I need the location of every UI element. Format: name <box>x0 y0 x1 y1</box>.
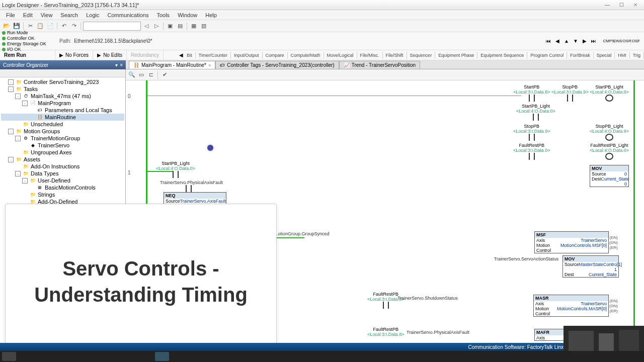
close-panel-icon[interactable]: × <box>120 62 123 68</box>
edit-cursor-icon[interactable] <box>207 145 213 151</box>
maximize-button[interactable]: ☐ <box>615 1 628 9</box>
tab-close-icon[interactable]: × <box>208 63 211 68</box>
contact-faultrestpb[interactable]: FaultRestPB <Local:3:I.Data.8> <box>367 327 405 337</box>
cat-trig[interactable]: Trig <box>630 52 644 59</box>
tree-node[interactable]: 📁Unscheduled <box>1 121 124 128</box>
msf-instruction[interactable]: MSF AxisTrainerServo Motion ControlMotio… <box>534 231 609 253</box>
mov2-instruction[interactable]: MOV SourceMasterStateContro[1] 1 DestCur… <box>562 255 619 278</box>
menu-tools[interactable]: Tools <box>152 11 174 19</box>
tree-toggle-icon[interactable]: - <box>15 171 21 176</box>
cat-compute[interactable]: Compute/Math <box>288 52 324 59</box>
tree-node[interactable]: -📁Motion Groups <box>1 128 124 135</box>
contact-faultrestpb[interactable]: FaultRestPB <Local:3:I.Data.0> <box>513 143 550 160</box>
menu-file[interactable]: File <box>2 11 19 19</box>
cat-special[interactable]: Special <box>594 52 615 59</box>
tree-node[interactable]: -⏱MainTask_47ms (47 ms) <box>1 93 124 100</box>
tree-toggle-icon[interactable]: - <box>8 79 14 85</box>
menu-edit[interactable]: Edit <box>19 11 37 19</box>
tab-mainroutine[interactable]: 🪜 MainProgram - MainRoutine* × <box>129 61 215 69</box>
search-next-icon[interactable]: ▷ <box>152 22 161 31</box>
cat-progctrl[interactable]: Program Control <box>527 52 567 59</box>
tree-node[interactable]: -⚙TrainerMotionGroup <box>1 135 124 142</box>
nav-last-icon[interactable]: ⏭ <box>590 37 598 45</box>
tree-node[interactable]: -📁Assets <box>1 156 124 163</box>
tree-node[interactable]: -📁Controller ServoTraining_2023 <box>1 78 124 85</box>
pin-icon[interactable]: ▾ <box>115 62 118 68</box>
tree-node[interactable]: 📁Add-On Instructions <box>1 163 124 170</box>
forces-cell[interactable]: ▶ No Forces <box>55 50 93 60</box>
cat-compare[interactable]: Compare <box>263 52 288 59</box>
cat-sequencer[interactable]: Sequencer <box>407 52 436 59</box>
tool-icon[interactable]: ▣ <box>166 22 175 31</box>
cat-equipseq[interactable]: Equipment Sequence <box>477 52 527 59</box>
nav-next-icon[interactable]: ▶ <box>581 37 589 45</box>
taskbar-app-icon[interactable] <box>2 352 16 361</box>
cat-fileshift[interactable]: File/Shift <box>383 52 407 59</box>
cat-io[interactable]: Input/Output <box>231 52 263 59</box>
menu-communications[interactable]: Communications <box>104 11 153 19</box>
tab-controller-tags[interactable]: 🏷 Controller Tags - ServoTraining_2023(c… <box>215 61 339 69</box>
tag-physical-axis-fault[interactable]: TrainerServo.PhysicalAxisFault <box>407 330 469 335</box>
menu-view[interactable]: View <box>37 11 57 19</box>
coil-faultrestpb-light[interactable]: FaultRestPB_Light <Local:4:O.Data.0> <box>590 143 629 160</box>
rung-0[interactable]: 0 StartPB <Local:3:I.Data.8> StopPB <Loc… <box>126 84 644 155</box>
cat-equipphase[interactable]: Equipment Phase <box>435 52 477 59</box>
cat-scroll-left-icon[interactable]: ◀ <box>179 51 184 59</box>
close-button[interactable]: ✕ <box>629 1 642 9</box>
contact-startpb-light[interactable]: StartPB_Light <Local:4:O.Data.0> <box>156 161 195 178</box>
cat-hmi[interactable]: HMI <box>615 52 630 59</box>
cat-filemisc[interactable]: File/Misc. <box>357 52 383 59</box>
edits-cell[interactable]: ▶ No Edits <box>93 50 127 60</box>
tree-node[interactable]: 🏷Parameters and Local Tags <box>1 107 124 114</box>
tree-toggle-icon[interactable]: - <box>8 157 14 162</box>
coil-startpb-light[interactable]: StartPB_Light <Local:4:O.Data.9> <box>590 84 629 102</box>
undo-icon[interactable]: ↶ <box>59 22 68 31</box>
contact-startpb[interactable]: StartPB <Local:3:I.Data.8> <box>513 84 550 102</box>
tree-toggle-icon[interactable]: - <box>15 94 21 99</box>
search-prev-icon[interactable]: ◁ <box>142 22 151 31</box>
nav-down-icon[interactable]: ▼ <box>572 37 580 45</box>
masr-instruction[interactable]: MASR AxisTrainerServo Motion ControlMoti… <box>533 295 609 317</box>
nav-up-icon[interactable]: ▲ <box>562 37 571 45</box>
taskbar-app-icon[interactable] <box>155 352 169 361</box>
tree-toggle-icon[interactable]: - <box>22 178 28 184</box>
tag-servo-action-status[interactable]: TrainerServo.ServoActionStatus <box>494 256 558 261</box>
search-input[interactable] <box>83 22 141 31</box>
tree-node[interactable]: -📁User-Defined <box>1 177 124 184</box>
nav-first-icon[interactable]: ⏮ <box>544 37 552 45</box>
cat-timer[interactable]: Timer/Counter <box>196 52 231 59</box>
minimize-button[interactable]: — <box>601 1 614 9</box>
menu-search[interactable]: Search <box>56 11 82 19</box>
menu-help[interactable]: Help <box>201 11 221 19</box>
zoom-tool-icon[interactable]: 🔍 <box>128 71 136 79</box>
tree-node[interactable]: 🪜MainRoutine <box>1 114 124 121</box>
tree-node[interactable]: -📁Tasks <box>1 85 124 93</box>
branch-tool-icon[interactable]: ⊏ <box>147 71 155 79</box>
contact-physfault[interactable] <box>184 185 194 192</box>
coil-stoppb-light[interactable]: StopPB_Light <Local:4:O.Data.9> <box>590 124 629 141</box>
tree-node[interactable]: -📁Data Types <box>1 170 124 177</box>
tab-trend[interactable]: 📈 Trend - TrainerServoPosition <box>339 61 420 69</box>
contact-startpb-light-seal[interactable]: StartPB_Light <Local:4:O.Data.0> <box>513 104 558 121</box>
tree-node[interactable]: ◆TrainerServo <box>1 142 124 149</box>
redo-icon[interactable]: ↷ <box>69 22 78 31</box>
nav-prev-icon[interactable]: ◀ <box>553 37 561 45</box>
tree-toggle-icon[interactable]: - <box>8 129 14 134</box>
tool-icon[interactable]: ▤ <box>176 22 185 31</box>
rem-run-cell[interactable]: Rem Run <box>0 50 55 60</box>
tag-physical-axis-fault[interactable]: TrainerServo.PhysicalAxisFault <box>160 180 223 185</box>
mov-instruction[interactable]: MOV Source0 DestCurrent_State 0 <box>590 165 629 187</box>
tag-groupsynced[interactable]: ...otionGroup.GroupSynced <box>274 231 330 236</box>
rung-tool-icon[interactable]: ▭ <box>137 71 145 79</box>
tree-toggle-icon[interactable]: - <box>8 86 14 92</box>
tree-node[interactable]: 📁Strings <box>1 191 124 198</box>
menu-window[interactable]: Window <box>174 11 201 19</box>
tag-shutdown-status[interactable]: TrainerServo.ShutdownStatus <box>397 296 458 301</box>
cat-bit[interactable]: Bit <box>184 52 196 59</box>
tool-icon[interactable]: ▦ <box>189 22 198 31</box>
tree-toggle-icon[interactable]: - <box>15 136 21 141</box>
verify-icon[interactable]: ✔ <box>160 71 169 79</box>
tool-icon[interactable]: ▧ <box>199 22 208 31</box>
tree-toggle-icon[interactable]: - <box>22 101 28 106</box>
tree-node[interactable]: 🗎BasicMotionControls <box>1 184 124 191</box>
